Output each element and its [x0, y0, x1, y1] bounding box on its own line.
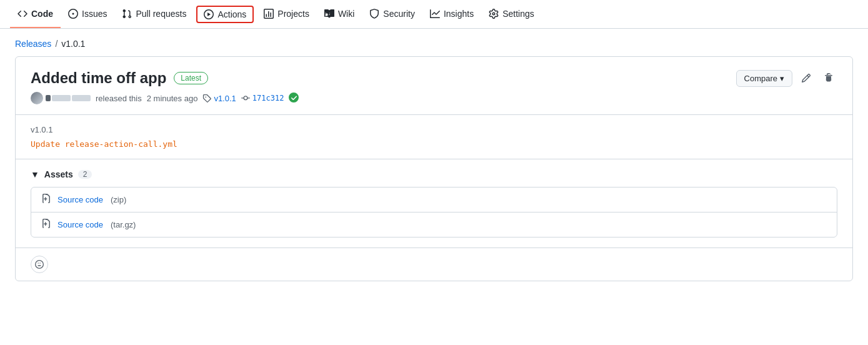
check-circle-icon — [289, 92, 299, 102]
release-card: Added time off app Latest released this … — [15, 56, 853, 281]
tag-version[interactable]: v1.0.1 — [214, 94, 236, 103]
nav-pull-requests[interactable]: Pull requests — [114, 0, 194, 28]
release-actions: Compare ▾ — [736, 69, 837, 87]
nav-security-label: Security — [383, 9, 415, 19]
compare-button[interactable]: Compare ▾ — [736, 70, 792, 87]
trash-icon — [824, 73, 834, 83]
assets-triangle-icon: ▼ — [31, 169, 39, 179]
username-placeholder — [46, 95, 91, 101]
compare-label: Compare — [744, 74, 777, 83]
nav-actions-label: Actions — [217, 9, 246, 19]
issue-icon — [68, 9, 78, 19]
smiley-icon — [35, 260, 44, 269]
add-reaction-button[interactable] — [31, 256, 48, 273]
actions-icon — [204, 9, 214, 19]
name-placeholder-1 — [52, 95, 71, 101]
user-avatar-row — [31, 92, 91, 104]
compare-chevron-icon: ▾ — [780, 74, 784, 83]
nav-wiki-label: Wiki — [338, 9, 354, 19]
commit-hash[interactable]: 171c312 — [252, 94, 284, 102]
settings-icon — [489, 9, 499, 19]
release-header: Added time off app Latest released this … — [16, 57, 852, 114]
name-placeholder-2 — [72, 95, 91, 101]
asset-zip-type: (zip) — [111, 195, 126, 204]
release-meta: released this 2 minutes ago v1.0.1 171c3… — [31, 92, 299, 104]
commit-icon — [241, 94, 250, 102]
release-title: Added time off app — [31, 69, 166, 87]
breadcrumb-current: v1.0.1 — [61, 39, 85, 49]
release-version-tag: v1.0.1 — [31, 125, 837, 134]
delete-button[interactable] — [820, 69, 837, 87]
time-ago: 2 minutes ago — [147, 94, 198, 103]
nav-code[interactable]: Code — [10, 0, 61, 28]
tag-icon — [202, 94, 211, 102]
code-icon — [17, 9, 27, 19]
pr-icon — [122, 9, 132, 19]
nav-settings-label: Settings — [502, 9, 534, 19]
file-zip-icon — [41, 194, 51, 206]
release-description: Update release-action-call.yml — [31, 139, 837, 149]
assets-count: 2 — [78, 170, 92, 179]
release-header-left: Added time off app Latest released this … — [31, 69, 299, 104]
nav-issues-label: Issues — [82, 9, 107, 19]
dash-placeholder — [46, 95, 51, 101]
file-tar-icon — [41, 219, 51, 231]
breadcrumb: Releases / v1.0.1 — [15, 39, 853, 49]
assets-label: Assets — [44, 169, 73, 179]
top-nav: Code Issues Pull requests Actions — [0, 0, 868, 29]
source-code-tar-link[interactable]: Source code — [57, 220, 103, 229]
nav-issues[interactable]: Issues — [61, 0, 114, 28]
nav-settings[interactable]: Settings — [481, 0, 542, 28]
released-text: released this — [96, 94, 142, 103]
breadcrumb-separator: / — [55, 39, 57, 49]
assets-section: ▼ Assets 2 Source code (zip) — [16, 159, 852, 248]
check-status-icon — [289, 92, 299, 104]
nav-actions[interactable]: Actions — [196, 6, 254, 23]
pencil-icon — [801, 73, 811, 83]
nav-insights-label: Insights — [444, 9, 474, 19]
edit-button[interactable] — [797, 69, 815, 87]
list-item: Source code (zip) — [31, 188, 837, 212]
reaction-bar — [16, 248, 852, 281]
breadcrumb-releases-link[interactable]: Releases — [15, 39, 51, 49]
release-title-row: Added time off app Latest — [31, 69, 299, 87]
commit-link-group: 171c312 — [241, 94, 284, 102]
nav-security[interactable]: Security — [362, 0, 422, 28]
nav-pr-label: Pull requests — [136, 9, 186, 19]
release-body: v1.0.1 Update release-action-call.yml — [16, 114, 852, 159]
avatar — [31, 92, 43, 104]
assets-header[interactable]: ▼ Assets 2 — [31, 169, 837, 179]
breadcrumb-area: Releases / v1.0.1 — [0, 29, 868, 56]
nav-insights[interactable]: Insights — [422, 0, 481, 28]
nav-code-label: Code — [31, 9, 53, 19]
tag-label-group: v1.0.1 — [202, 94, 236, 103]
list-item: Source code (tar.gz) — [31, 212, 837, 237]
source-code-zip-link[interactable]: Source code — [57, 195, 103, 204]
projects-icon — [264, 9, 274, 19]
latest-badge: Latest — [174, 72, 208, 84]
asset-tar-type: (tar.gz) — [111, 220, 136, 229]
security-icon — [369, 9, 379, 19]
nav-projects[interactable]: Projects — [256, 0, 317, 28]
wiki-icon — [324, 9, 334, 19]
nav-wiki[interactable]: Wiki — [317, 0, 362, 28]
insights-icon — [430, 9, 440, 19]
nav-projects-label: Projects — [277, 9, 309, 19]
assets-list: Source code (zip) Source code (tar.gz) — [31, 187, 837, 238]
